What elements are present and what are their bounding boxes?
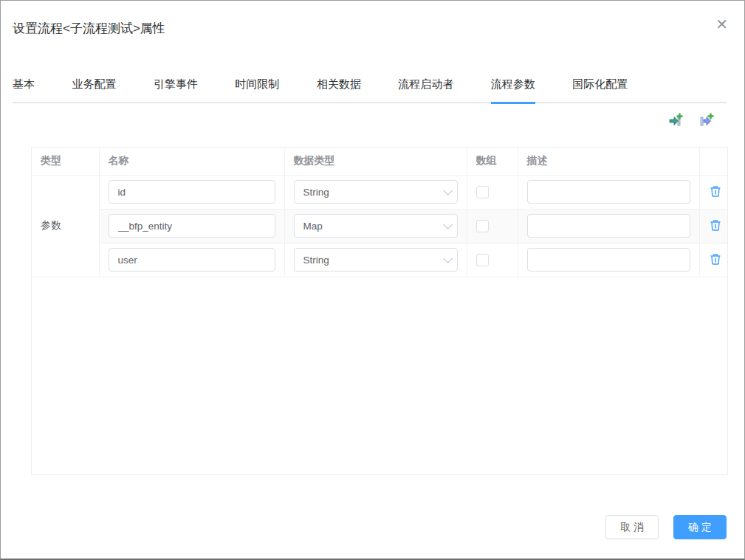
delete-row-icon[interactable]: [709, 252, 722, 266]
tab-bar: 基本 业务配置 引擎事件 时间限制 相关数据 流程启动者 流程参数 国际化配置: [13, 77, 727, 103]
param-datatype-select[interactable]: String: [294, 248, 458, 272]
param-description-input[interactable]: [527, 214, 690, 238]
add-output-parameter-icon[interactable]: [699, 113, 714, 128]
param-datatype-value: Map: [303, 221, 323, 232]
tab-i18n-config[interactable]: 国际化配置: [572, 77, 628, 104]
tab-business-config[interactable]: 业务配置: [72, 77, 116, 104]
close-icon[interactable]: ✕: [715, 17, 728, 32]
delete-row-icon[interactable]: [709, 218, 722, 232]
col-header-actions: [699, 148, 727, 175]
param-name-input[interactable]: [109, 248, 275, 272]
col-header-datatype: 数据类型: [284, 148, 467, 175]
ok-button[interactable]: 确 定: [673, 515, 727, 539]
add-input-parameter-icon[interactable]: [668, 113, 683, 128]
table-row: Map: [32, 209, 727, 243]
col-header-type: 类型: [32, 148, 99, 175]
parameters-table: 类型 名称 数据类型 数组 描述 参数 String: [31, 147, 728, 475]
tab-engine-events[interactable]: 引擎事件: [154, 77, 198, 104]
param-description-input[interactable]: [527, 180, 690, 204]
cancel-button[interactable]: 取 消: [605, 515, 659, 539]
delete-row-icon[interactable]: [709, 184, 722, 198]
chevron-down-icon: [443, 186, 453, 196]
tab-time-limit[interactable]: 时间限制: [235, 77, 279, 104]
table-toolbar: [668, 113, 714, 128]
param-datatype-select[interactable]: String: [294, 180, 458, 204]
col-header-array: 数组: [467, 148, 518, 175]
param-type-label: 参数: [32, 175, 99, 277]
param-description-input[interactable]: [527, 248, 690, 272]
tab-process-starter[interactable]: 流程启动者: [398, 77, 453, 104]
param-array-checkbox[interactable]: [476, 254, 489, 266]
chevron-down-icon: [443, 220, 453, 229]
param-name-input[interactable]: [109, 180, 275, 204]
process-properties-dialog: { "dialog": { "title": "设置流程<子流程测试>属性", …: [0, 0, 745, 560]
col-header-description: 描述: [518, 148, 699, 175]
col-header-name: 名称: [99, 148, 284, 175]
param-datatype-value: String: [303, 255, 329, 266]
param-array-checkbox[interactable]: [476, 220, 489, 232]
chevron-down-icon: [443, 254, 453, 263]
param-datatype-select[interactable]: Map: [294, 214, 458, 238]
table-header-row: 类型 名称 数据类型 数组 描述: [32, 148, 727, 175]
param-datatype-value: String: [303, 187, 329, 198]
dialog-footer: 取 消 确 定: [605, 515, 727, 539]
tab-process-parameters[interactable]: 流程参数: [491, 77, 535, 104]
tab-related-data[interactable]: 相关数据: [317, 77, 361, 104]
param-array-checkbox[interactable]: [476, 186, 489, 198]
dialog-title: 设置流程<子流程测试>属性: [13, 20, 165, 37]
table-row: String: [32, 243, 727, 277]
tab-basic[interactable]: 基本: [13, 77, 35, 104]
table-row: 参数 String: [32, 175, 727, 209]
param-name-input[interactable]: [109, 214, 275, 238]
